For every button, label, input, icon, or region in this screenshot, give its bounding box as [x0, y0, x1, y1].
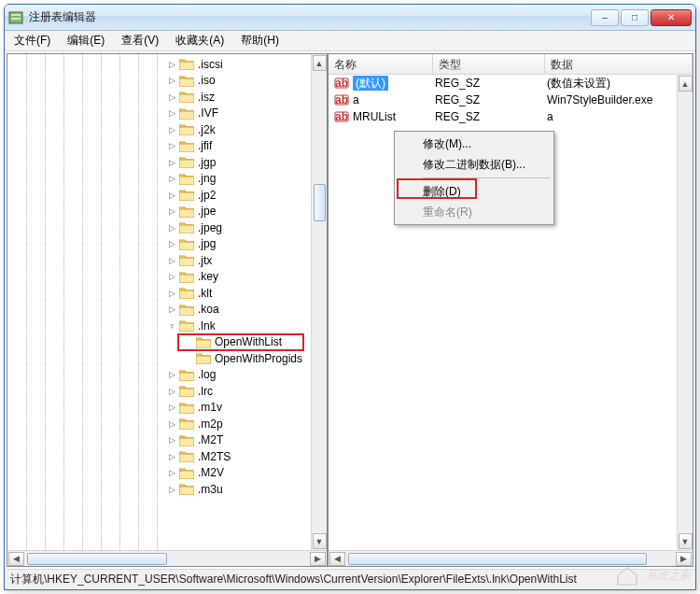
tree-item[interactable]: ▷.jpe — [7, 204, 311, 220]
scroll-down-icon[interactable]: ▼ — [313, 533, 327, 549]
scroll-left-icon[interactable]: ◀ — [329, 552, 345, 566]
ctx-delete[interactable]: 删除(D) — [397, 181, 552, 202]
expand-toggle-icon[interactable]: ▷ — [166, 107, 177, 119]
menu-favorites[interactable]: 收藏夹(A) — [168, 31, 231, 50]
tree-item[interactable]: ▿.lnk — [7, 318, 311, 334]
scroll-up-icon[interactable]: ▲ — [679, 76, 693, 92]
expand-toggle-icon[interactable]: ▷ — [166, 190, 177, 201]
tree-item[interactable]: ▷.log — [7, 367, 311, 384]
tree-item[interactable]: ▷.key — [7, 269, 311, 286]
expand-toggle-icon[interactable]: ▷ — [166, 92, 177, 103]
menu-file[interactable]: 文件(F) — [7, 31, 58, 50]
tree-hscroll[interactable]: ◀ ▶ — [7, 550, 327, 566]
scroll-down-icon[interactable]: ▼ — [679, 533, 693, 549]
ctx-modify-binary[interactable]: 修改二进制数据(B)... — [397, 154, 552, 175]
list-hscroll[interactable]: ◀ ▶ — [329, 550, 693, 566]
tree-vscroll[interactable]: ▲ ▼ — [311, 54, 327, 550]
ctx-modify[interactable]: 修改(M)... — [397, 134, 552, 154]
scroll-right-icon[interactable]: ▶ — [676, 552, 692, 566]
tree-item[interactable]: ▷.jng — [7, 171, 311, 188]
svg-rect-24 — [179, 405, 194, 414]
list-vscroll[interactable]: ▲ ▼ — [677, 75, 693, 550]
expand-toggle-icon[interactable]: ▷ — [166, 173, 177, 184]
expand-toggle-icon[interactable]: ▷ — [166, 386, 177, 397]
expand-toggle-icon[interactable]: ▷ — [166, 75, 177, 86]
expand-toggle-icon[interactable]: ▿ — [166, 320, 177, 332]
scroll-right-icon[interactable]: ▶ — [310, 552, 326, 566]
expand-toggle-icon[interactable]: ▷ — [166, 255, 177, 266]
tree-item-label: .lnk — [198, 319, 216, 332]
tree-item[interactable]: ▷.jfif — [7, 138, 311, 155]
tree-item[interactable]: ▷.jpeg — [7, 219, 311, 236]
expand-toggle-icon[interactable]: ▷ — [166, 222, 177, 233]
tree-item[interactable]: ▷.M2T — [7, 432, 311, 449]
expand-toggle-icon[interactable]: ▷ — [166, 288, 177, 299]
tree-item[interactable]: ▷.m3u — [7, 481, 311, 498]
expand-toggle-icon[interactable]: ▷ — [166, 451, 177, 462]
scroll-left-icon[interactable]: ◀ — [8, 552, 24, 566]
col-type[interactable]: 类型 — [433, 54, 545, 74]
svg-rect-17 — [179, 290, 194, 299]
tree-item[interactable]: ▷.j2k — [7, 121, 311, 138]
expand-toggle-icon[interactable]: ▷ — [166, 205, 177, 217]
expand-toggle-icon[interactable]: ▷ — [166, 304, 177, 315]
expand-toggle-icon[interactable]: ▷ — [166, 402, 177, 413]
close-button[interactable]: ✕ — [651, 9, 692, 26]
menu-edit[interactable]: 编辑(E) — [60, 31, 112, 50]
tree-item[interactable]: ▷.IVF — [7, 106, 311, 122]
col-name[interactable]: 名称 — [329, 54, 433, 74]
tree-item[interactable]: ▷.jp2 — [7, 187, 311, 204]
tree-item[interactable]: OpenWithProgids — [7, 350, 311, 367]
tree-item[interactable]: ▷.m2p — [7, 416, 311, 432]
tree-item[interactable]: ▷.iso — [7, 73, 311, 90]
menu-view[interactable]: 查看(V) — [114, 31, 166, 50]
tree-item[interactable]: ▷.lrc — [7, 383, 311, 400]
minimize-button[interactable]: – — [591, 9, 619, 26]
expand-toggle-icon[interactable]: ▷ — [166, 157, 177, 168]
expand-toggle-icon[interactable] — [183, 336, 194, 347]
list-row[interactable]: ab(默认)REG_SZ(数值未设置) — [329, 75, 677, 92]
col-data[interactable]: 数据 — [545, 54, 693, 74]
tree-item-label: .jpe — [198, 205, 216, 218]
tree-item[interactable]: ▷.koa — [7, 302, 311, 318]
tree-item[interactable]: OpenWithList — [7, 334, 311, 351]
svg-rect-7 — [179, 127, 194, 135]
list-row[interactable]: abMRUListREG_SZa — [329, 108, 677, 125]
expand-toggle-icon[interactable]: ▷ — [166, 484, 177, 495]
expand-toggle-icon[interactable]: ▷ — [166, 59, 177, 70]
expand-toggle-icon[interactable]: ▷ — [166, 124, 177, 135]
tree-item[interactable]: ▷.isz — [7, 89, 311, 106]
expand-toggle-icon[interactable]: ▷ — [166, 140, 177, 151]
tree-item-label: .jgp — [198, 156, 216, 169]
tree-item[interactable]: ▷.m1v — [7, 400, 311, 417]
tree-item[interactable]: ▷.M2V — [7, 465, 311, 482]
expand-toggle-icon[interactable]: ▷ — [166, 369, 177, 380]
tree-item[interactable]: ▷.jtx — [7, 252, 311, 269]
tree-item[interactable]: ▷.iscsi — [7, 56, 311, 73]
svg-rect-14 — [179, 242, 194, 250]
expand-toggle-icon[interactable]: ▷ — [166, 271, 177, 282]
tree-item-label: .iscsi — [198, 58, 223, 71]
menu-help[interactable]: 帮助(H) — [233, 31, 287, 50]
tree-item[interactable]: ▷.jpg — [7, 236, 311, 253]
expand-toggle-icon[interactable]: ▷ — [166, 434, 177, 446]
expand-toggle-icon[interactable]: ▷ — [166, 418, 177, 430]
list-row[interactable]: abaREG_SZWin7StyleBuilder.exe — [329, 92, 677, 108]
expand-toggle-icon[interactable] — [183, 353, 194, 364]
svg-rect-8 — [179, 144, 194, 152]
svg-rect-18 — [179, 307, 194, 316]
maximize-button[interactable]: □ — [621, 9, 649, 26]
value-type: REG_SZ — [435, 77, 547, 90]
value-data: Win7StyleBuilder.exe — [547, 93, 677, 106]
expand-toggle-icon[interactable]: ▷ — [166, 467, 177, 478]
expand-toggle-icon[interactable]: ▷ — [166, 238, 177, 249]
tree-content[interactable]: ▷.iscsi▷.iso▷.isz▷.IVF▷.j2k▷.jfif▷.jgp▷.… — [7, 54, 311, 550]
svg-rect-20 — [196, 340, 211, 348]
titlebar[interactable]: 注册表编辑器 – □ ✕ — [5, 5, 695, 31]
tree-item[interactable]: ▷.M2TS — [7, 448, 311, 465]
tree-item[interactable]: ▷.klt — [7, 285, 311, 302]
tree-item-label: .m1v — [198, 401, 222, 414]
scroll-up-icon[interactable]: ▲ — [313, 55, 327, 71]
tree-item[interactable]: ▷.jgp — [7, 154, 311, 171]
list-header[interactable]: 名称 类型 数据 — [329, 54, 693, 75]
